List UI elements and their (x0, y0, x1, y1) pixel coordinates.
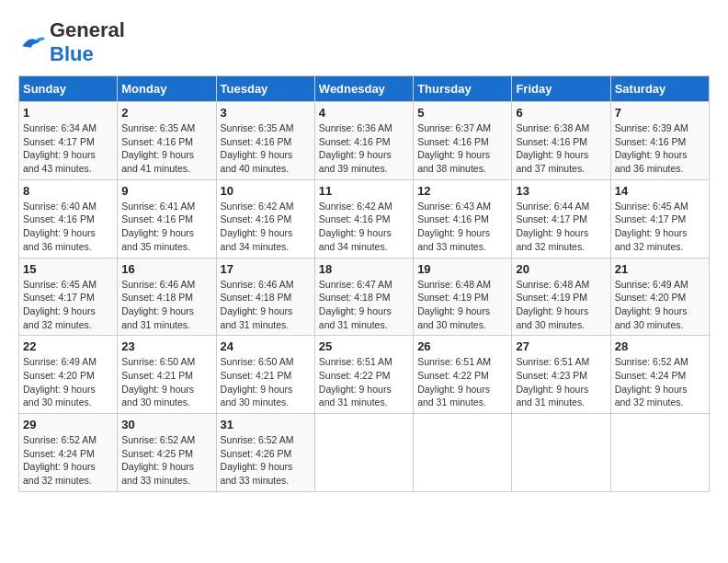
day-number: 23 (121, 339, 211, 353)
day-info: Sunrise: 6:48 AM Sunset: 4:19 PM Dayligh… (516, 278, 606, 332)
calendar-week-row: 1 Sunrise: 6:34 AM Sunset: 4:17 PM Dayli… (19, 102, 710, 180)
day-info: Sunrise: 6:46 AM Sunset: 4:18 PM Dayligh… (221, 278, 311, 332)
calendar-week-row: 8 Sunrise: 6:40 AM Sunset: 4:16 PM Dayli… (19, 179, 710, 258)
page-header: General Blue (18, 18, 710, 66)
weekday-header-sunday: Sunday (19, 76, 118, 102)
day-info: Sunrise: 6:52 AM Sunset: 4:24 PM Dayligh… (615, 355, 705, 409)
day-number: 5 (417, 106, 507, 120)
calendar-cell: 16 Sunrise: 6:46 AM Sunset: 4:18 PM Dayl… (118, 258, 216, 336)
day-number: 22 (23, 339, 113, 353)
day-info: Sunrise: 6:40 AM Sunset: 4:16 PM Dayligh… (23, 200, 113, 254)
calendar-cell: 8 Sunrise: 6:40 AM Sunset: 4:16 PM Dayli… (19, 179, 118, 258)
calendar-cell: 19 Sunrise: 6:48 AM Sunset: 4:19 PM Dayl… (414, 258, 512, 336)
day-info: Sunrise: 6:51 AM Sunset: 4:22 PM Dayligh… (417, 355, 507, 409)
day-number: 3 (221, 106, 311, 120)
day-number: 29 (23, 418, 113, 431)
day-number: 6 (516, 106, 606, 120)
day-number: 21 (615, 262, 705, 276)
day-info: Sunrise: 6:50 AM Sunset: 4:21 PM Dayligh… (221, 355, 311, 409)
day-number: 24 (221, 339, 311, 353)
day-info: Sunrise: 6:42 AM Sunset: 4:16 PM Dayligh… (221, 200, 311, 254)
day-info: Sunrise: 6:45 AM Sunset: 4:17 PM Dayligh… (23, 278, 113, 332)
calendar-cell: 11 Sunrise: 6:42 AM Sunset: 4:16 PM Dayl… (314, 179, 413, 258)
day-info: Sunrise: 6:41 AM Sunset: 4:16 PM Dayligh… (121, 200, 211, 254)
day-info: Sunrise: 6:51 AM Sunset: 4:22 PM Dayligh… (319, 355, 409, 409)
day-info: Sunrise: 6:52 AM Sunset: 4:25 PM Dayligh… (121, 433, 211, 488)
calendar-cell (610, 414, 709, 492)
day-number: 15 (23, 262, 113, 276)
calendar-week-row: 29 Sunrise: 6:52 AM Sunset: 4:24 PM Dayl… (19, 414, 710, 492)
day-info: Sunrise: 6:34 AM Sunset: 4:17 PM Dayligh… (23, 121, 113, 176)
weekday-header-row: SundayMondayTuesdayWednesdayThursdayFrid… (19, 76, 710, 102)
day-info: Sunrise: 6:52 AM Sunset: 4:26 PM Dayligh… (221, 433, 311, 488)
logo-bird-icon (18, 33, 46, 52)
calendar-cell: 23 Sunrise: 6:50 AM Sunset: 4:21 PM Dayl… (118, 336, 216, 414)
calendar-cell: 31 Sunrise: 6:52 AM Sunset: 4:26 PM Dayl… (216, 414, 314, 492)
weekday-header-thursday: Thursday (414, 76, 512, 102)
day-number: 18 (319, 262, 409, 276)
day-number: 28 (615, 339, 705, 353)
day-info: Sunrise: 6:46 AM Sunset: 4:18 PM Dayligh… (121, 278, 211, 332)
calendar-cell (414, 414, 512, 492)
logo-text: General Blue (50, 18, 125, 66)
calendar-cell: 17 Sunrise: 6:46 AM Sunset: 4:18 PM Dayl… (216, 258, 314, 336)
day-info: Sunrise: 6:38 AM Sunset: 4:16 PM Dayligh… (516, 121, 606, 176)
day-number: 16 (121, 262, 211, 276)
day-number: 17 (221, 262, 311, 276)
calendar-cell: 15 Sunrise: 6:45 AM Sunset: 4:17 PM Dayl… (19, 258, 118, 336)
weekday-header-saturday: Saturday (610, 76, 709, 102)
day-info: Sunrise: 6:37 AM Sunset: 4:16 PM Dayligh… (417, 121, 507, 176)
day-info: Sunrise: 6:35 AM Sunset: 4:16 PM Dayligh… (121, 121, 211, 176)
weekday-header-monday: Monday (118, 76, 216, 102)
day-info: Sunrise: 6:50 AM Sunset: 4:21 PM Dayligh… (121, 355, 211, 409)
day-info: Sunrise: 6:43 AM Sunset: 4:16 PM Dayligh… (417, 200, 507, 254)
day-number: 14 (615, 184, 705, 198)
logo: General Blue (18, 18, 125, 66)
day-number: 13 (516, 184, 606, 198)
day-number: 2 (121, 106, 211, 120)
day-info: Sunrise: 6:52 AM Sunset: 4:24 PM Dayligh… (23, 433, 113, 488)
day-number: 9 (121, 184, 211, 198)
day-number: 11 (319, 184, 409, 198)
day-number: 8 (23, 184, 113, 198)
day-number: 12 (417, 184, 507, 198)
calendar-cell: 20 Sunrise: 6:48 AM Sunset: 4:19 PM Dayl… (512, 258, 610, 336)
calendar-cell: 26 Sunrise: 6:51 AM Sunset: 4:22 PM Dayl… (414, 336, 512, 414)
calendar-cell (512, 414, 610, 492)
day-info: Sunrise: 6:47 AM Sunset: 4:18 PM Dayligh… (319, 278, 409, 332)
day-number: 25 (319, 339, 409, 353)
day-info: Sunrise: 6:49 AM Sunset: 4:20 PM Dayligh… (23, 355, 113, 409)
calendar-week-row: 22 Sunrise: 6:49 AM Sunset: 4:20 PM Dayl… (19, 336, 710, 414)
calendar-cell: 3 Sunrise: 6:35 AM Sunset: 4:16 PM Dayli… (216, 102, 314, 180)
day-info: Sunrise: 6:45 AM Sunset: 4:17 PM Dayligh… (615, 200, 705, 254)
calendar-cell: 14 Sunrise: 6:45 AM Sunset: 4:17 PM Dayl… (610, 179, 709, 258)
calendar-cell: 25 Sunrise: 6:51 AM Sunset: 4:22 PM Dayl… (314, 336, 413, 414)
calendar-cell (314, 414, 413, 492)
day-number: 30 (121, 418, 211, 431)
day-info: Sunrise: 6:51 AM Sunset: 4:23 PM Dayligh… (516, 355, 606, 409)
day-number: 7 (615, 106, 705, 120)
weekday-header-friday: Friday (512, 76, 610, 102)
day-number: 31 (221, 418, 311, 431)
weekday-header-tuesday: Tuesday (216, 76, 314, 102)
calendar-cell: 21 Sunrise: 6:49 AM Sunset: 4:20 PM Dayl… (610, 258, 709, 336)
calendar-cell: 6 Sunrise: 6:38 AM Sunset: 4:16 PM Dayli… (512, 102, 610, 180)
day-number: 26 (417, 339, 507, 353)
calendar-cell: 4 Sunrise: 6:36 AM Sunset: 4:16 PM Dayli… (314, 102, 413, 180)
calendar-week-row: 15 Sunrise: 6:45 AM Sunset: 4:17 PM Dayl… (19, 258, 710, 336)
day-number: 19 (417, 262, 507, 276)
calendar-cell: 13 Sunrise: 6:44 AM Sunset: 4:17 PM Dayl… (512, 179, 610, 258)
day-info: Sunrise: 6:36 AM Sunset: 4:16 PM Dayligh… (319, 121, 409, 176)
day-info: Sunrise: 6:48 AM Sunset: 4:19 PM Dayligh… (417, 278, 507, 332)
day-number: 4 (319, 106, 409, 120)
calendar-cell: 10 Sunrise: 6:42 AM Sunset: 4:16 PM Dayl… (216, 179, 314, 258)
day-number: 10 (221, 184, 311, 198)
calendar-cell: 2 Sunrise: 6:35 AM Sunset: 4:16 PM Dayli… (118, 102, 216, 180)
calendar-cell: 12 Sunrise: 6:43 AM Sunset: 4:16 PM Dayl… (414, 179, 512, 258)
calendar-cell: 22 Sunrise: 6:49 AM Sunset: 4:20 PM Dayl… (19, 336, 118, 414)
day-info: Sunrise: 6:35 AM Sunset: 4:16 PM Dayligh… (221, 121, 311, 176)
calendar-cell: 28 Sunrise: 6:52 AM Sunset: 4:24 PM Dayl… (610, 336, 709, 414)
weekday-header-wednesday: Wednesday (314, 76, 413, 102)
calendar-table: SundayMondayTuesdayWednesdayThursdayFrid… (18, 75, 710, 492)
calendar-cell: 7 Sunrise: 6:39 AM Sunset: 4:16 PM Dayli… (610, 102, 709, 180)
